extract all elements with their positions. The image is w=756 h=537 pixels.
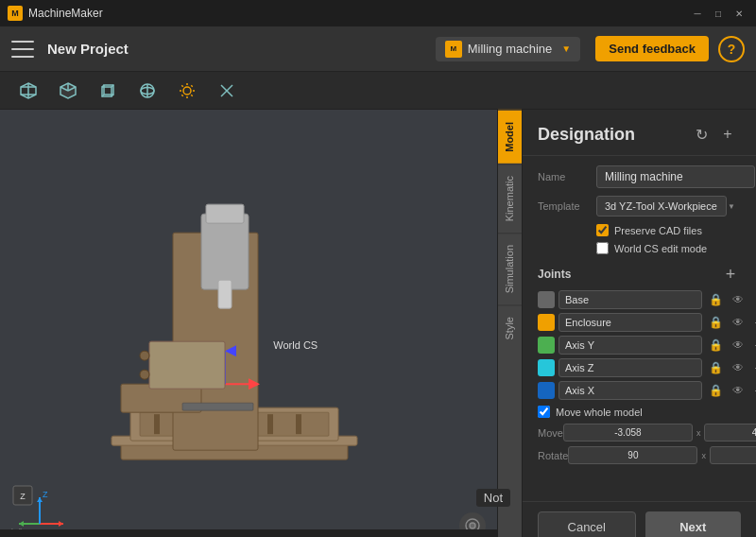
not-badge: Not xyxy=(476,489,510,507)
viewport-canvas[interactable]: World CS Z X Y xyxy=(0,110,497,537)
panel-body: Name Template 3d YZ-Tool X-Workpiece 3d … xyxy=(523,156,756,501)
rotate-y-input[interactable] xyxy=(710,446,756,464)
move-x-input[interactable] xyxy=(563,424,693,442)
viewport-tool-4[interactable] xyxy=(174,78,200,104)
move-whole-model-row: Move whole model xyxy=(538,406,741,418)
svg-line-22 xyxy=(181,85,182,86)
viewport-tool-2[interactable] xyxy=(94,78,121,104)
joint-name-axisx[interactable] xyxy=(558,381,702,400)
preserve-cad-checkbox[interactable] xyxy=(596,224,609,236)
minimize-button[interactable]: ─ xyxy=(688,4,707,23)
panel-header: Designation ↻ + xyxy=(523,110,756,156)
svg-point-47 xyxy=(140,351,149,360)
joint-remove-enclosure[interactable]: — xyxy=(751,313,756,332)
worldcs-row: World CS edit mode xyxy=(596,242,741,254)
joint-row-base: 🔒 👁 xyxy=(538,290,741,309)
tab-simulation[interactable]: Simulation xyxy=(498,233,522,304)
close-button[interactable]: ✕ xyxy=(730,4,748,23)
move-whole-checkbox[interactable] xyxy=(538,406,550,418)
panel-title: Designation xyxy=(538,125,688,145)
svg-rect-32 xyxy=(154,414,160,434)
template-field-row: Template 3d YZ-Tool X-Workpiece 3d XZ-To… xyxy=(538,196,741,217)
svg-rect-41 xyxy=(206,204,244,223)
joint-name-axisy[interactable] xyxy=(558,336,702,355)
joint-name-enclosure[interactable] xyxy=(558,313,702,332)
preserve-cad-row: Preserve CAD files xyxy=(596,224,741,236)
name-input[interactable] xyxy=(596,165,755,188)
joint-color-enclosure xyxy=(538,314,555,331)
joint-lock-base[interactable]: 🔒 xyxy=(706,290,725,309)
panel-add-button[interactable]: + xyxy=(714,121,741,147)
move-whole-label: Move whole model xyxy=(556,407,643,418)
svg-point-48 xyxy=(140,370,149,379)
tab-style[interactable]: Style xyxy=(498,304,522,351)
machine-selector[interactable]: M Milling machine ▼ xyxy=(436,37,581,61)
machine-dropdown-icon: ▼ xyxy=(561,43,571,54)
joint-visible-axisx[interactable]: 👁 xyxy=(729,381,747,400)
tab-model[interactable]: Model xyxy=(498,110,522,164)
maximize-button[interactable]: □ xyxy=(709,4,728,23)
joint-lock-enclosure[interactable]: 🔒 xyxy=(706,313,725,332)
template-label: Template xyxy=(538,200,596,212)
svg-line-24 xyxy=(191,85,192,86)
rotate-x-input[interactable] xyxy=(568,446,697,464)
vertical-tabs: Model Kinematic Simulation Style xyxy=(497,110,522,537)
joint-lock-axisy[interactable]: 🔒 xyxy=(706,336,725,355)
svg-rect-49 xyxy=(182,403,253,410)
joint-visible-enclosure[interactable]: 👁 xyxy=(729,313,747,332)
joint-remove-axisy[interactable]: — xyxy=(751,336,756,355)
svg-point-64 xyxy=(470,523,475,528)
joint-color-axisx xyxy=(538,382,555,399)
joints-add-button[interactable]: + xyxy=(720,264,741,285)
viewport-tool-5[interactable] xyxy=(214,78,240,104)
svg-rect-36 xyxy=(267,414,273,434)
machine-name: Milling machine xyxy=(468,42,553,56)
viewport-tool-1[interactable] xyxy=(55,78,81,104)
joint-row-axisx: 🔒 👁 — xyxy=(538,381,741,400)
rotate-row: Rotate x xyxy=(538,446,741,464)
joint-remove-axisz[interactable]: — xyxy=(751,358,756,377)
move-label: Move xyxy=(538,427,563,439)
joint-visible-base[interactable]: 👁 xyxy=(729,290,747,309)
svg-marker-53 xyxy=(59,521,63,527)
joint-color-axisz xyxy=(538,359,555,376)
cancel-button[interactable]: Cancel xyxy=(538,511,636,537)
svg-rect-46 xyxy=(149,341,225,389)
joint-name-axisz[interactable] xyxy=(558,358,702,377)
viewport-tool-0[interactable] xyxy=(15,78,42,104)
titlebar: M MachineMaker ─ □ ✕ xyxy=(0,0,756,26)
feedback-button[interactable]: Send feedback xyxy=(595,36,709,61)
svg-rect-40 xyxy=(201,214,249,289)
rotate-inputs: x xyxy=(568,446,756,464)
panel-footer: Cancel Next xyxy=(523,501,756,537)
machine-icon: M xyxy=(445,41,462,58)
joint-row-axisz: 🔒 👁 — xyxy=(538,358,741,377)
joint-visible-axisy[interactable]: 👁 xyxy=(729,336,747,355)
joint-remove-axisx[interactable]: — xyxy=(751,381,756,400)
tab-kinematic[interactable]: Kinematic xyxy=(498,164,522,233)
joint-lock-axisx[interactable]: 🔒 xyxy=(706,381,725,400)
move-row: Move x xyxy=(538,424,741,442)
app-icon: M xyxy=(8,6,23,21)
menu-icon[interactable] xyxy=(11,41,34,58)
viewport[interactable]: World CS Z X Y xyxy=(0,110,497,537)
joints-title: Joints xyxy=(538,268,720,281)
joint-color-base xyxy=(538,291,555,308)
name-field-row: Name xyxy=(538,165,741,188)
svg-point-17 xyxy=(183,87,191,95)
joint-visible-axisz[interactable]: 👁 xyxy=(729,358,747,377)
move-y-input[interactable] xyxy=(704,424,756,442)
help-button[interactable]: ? xyxy=(718,36,745,62)
viewport-tool-3[interactable] xyxy=(134,78,161,104)
name-label: Name xyxy=(538,171,596,182)
next-button[interactable]: Next xyxy=(645,511,742,537)
svg-rect-42 xyxy=(218,280,232,308)
machine-3d-model xyxy=(93,157,376,519)
svg-marker-56 xyxy=(19,521,24,527)
joint-lock-axisz[interactable]: 🔒 xyxy=(706,358,725,377)
topbar: New Project M Milling machine ▼ Send fee… xyxy=(0,26,756,72)
joint-name-base[interactable] xyxy=(558,290,702,309)
template-select[interactable]: 3d YZ-Tool X-Workpiece 3d XZ-Tool Y-Work… xyxy=(596,196,727,217)
worldcs-checkbox[interactable] xyxy=(596,242,609,254)
refresh-button[interactable]: ↻ xyxy=(688,121,714,147)
